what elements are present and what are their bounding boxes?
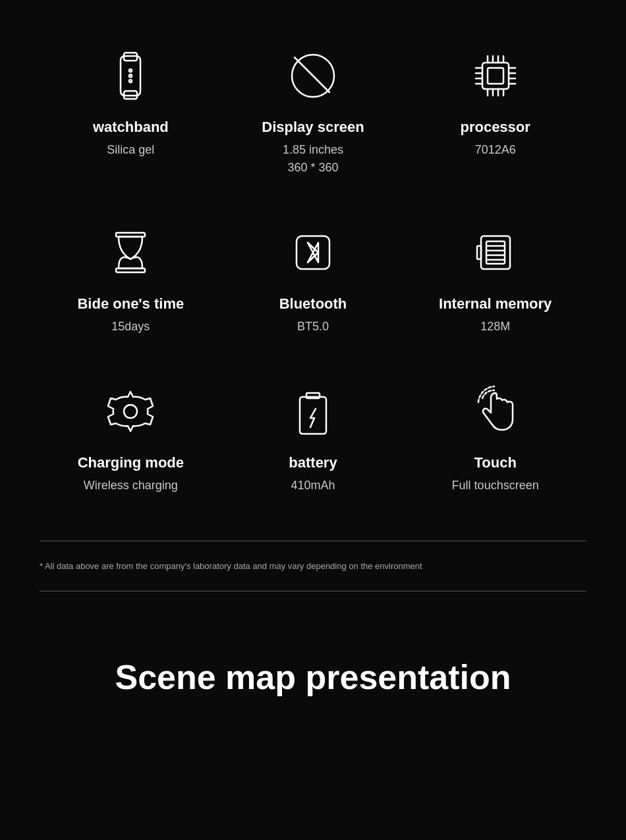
bluetooth-value: BT5.0 [297,318,329,336]
spec-battery: battery 410mAh [222,362,405,508]
svg-rect-0 [121,56,140,96]
hourglass-icon [101,223,160,282]
display-title: Display screen [262,119,364,136]
charging-value: Wireless charging [84,477,178,495]
bluetooth-icon [283,223,343,282]
display-value: 1.85 inches360 * 360 [283,141,343,177]
svg-rect-10 [488,68,503,84]
battery-title: battery [289,454,337,471]
svg-rect-9 [482,63,509,89]
battery-life-value: 15days [111,318,150,336]
spec-watchband: watchband Silica gel [40,26,222,190]
specs-grid: watchband Silica gel Display screen 1.85… [0,0,626,521]
svg-point-3 [129,69,132,72]
watchband-title: watchband [93,119,169,136]
battery-value: 410mAh [291,477,335,495]
watchband-value: Silica gel [107,141,154,159]
bluetooth-title: Bluetooth [279,295,347,313]
touch-title: Touch [474,454,516,471]
memory-title: Internal memory [439,295,552,313]
spec-charging: Charging mode Wireless charging [40,362,222,508]
spec-display: Display screen 1.85 inches360 * 360 [222,26,405,190]
gear-icon [101,382,160,441]
display-icon [283,46,343,105]
processor-title: processor [460,119,530,136]
svg-rect-40 [300,397,326,434]
memory-value: 128M [480,318,510,336]
svg-point-5 [129,80,132,82]
spec-processor: processor 7012A6 [404,26,586,190]
battery-life-title: Bide one's time [77,295,184,313]
svg-line-7 [297,59,329,92]
spec-memory: Internal memory 128M [404,203,586,349]
disclaimer-section: * All data above are from the company's … [0,521,626,605]
touch-icon [466,382,525,441]
bottom-divider [40,591,586,591]
processor-icon [466,46,525,105]
charging-title: Charging mode [78,454,184,471]
svg-rect-38 [477,246,481,259]
spec-bluetooth: Bluetooth BT5.0 [222,203,405,349]
top-divider [40,541,586,541]
battery-icon [283,382,343,441]
scene-title: Scene map presentation [40,657,586,697]
touch-value: Full touchscreen [452,477,539,495]
memory-icon [466,223,525,282]
spec-battery-life: Bide one's time 15days [40,203,222,349]
svg-point-4 [129,75,132,77]
svg-point-39 [124,405,137,418]
svg-rect-41 [306,393,320,398]
scene-section: Scene map presentation [0,605,626,736]
spec-touch: Touch Full touchscreen [404,362,586,508]
watchband-icon [101,46,160,105]
disclaimer-text: * All data above are from the company's … [40,555,586,578]
svg-line-8 [295,57,296,59]
processor-value: 7012A6 [475,141,516,159]
